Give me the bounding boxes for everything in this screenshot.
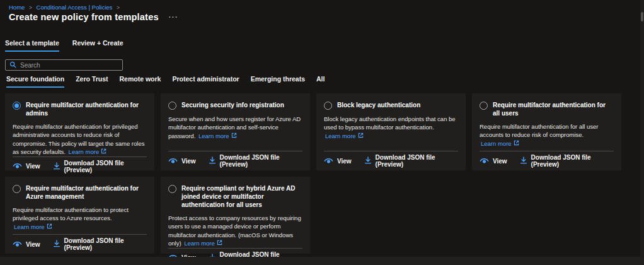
template-card-description: Require multifactor authentication for a… [480,122,614,148]
external-link-icon [514,139,519,148]
template-card-header: Require compliant or hybrid Azure AD joi… [168,184,302,209]
external-link-icon [217,239,222,247]
template-card-description: Secure when and how users register for A… [168,115,302,140]
download-icon [209,156,216,165]
eye-icon [13,240,22,249]
template-card-footer: View Download JSON file (Preview) [480,151,614,170]
template-category-tabs: Secure foundation Zero Trust Remote work… [6,75,325,88]
horizontal-scrollbar[interactable] [0,257,644,265]
external-link-icon [358,132,364,140]
download-json-button[interactable]: Download JSON file (Preview) [209,154,302,168]
template-card-footer: View Download JSON file (Preview) [13,156,147,176]
template-card-description: Require multifactor authentication to pr… [13,206,147,231]
template-card[interactable]: Require compliant or hybrid Azure AD joi… [161,177,310,254]
page-title: Create new policy from templates [9,12,159,22]
eye-icon [480,157,489,165]
breadcrumb-item: Conditional Access | Policies > [37,4,122,11]
breadcrumb-separator-icon: > [117,4,120,11]
template-card-title: Require multifactor authentication for A… [26,184,147,201]
template-card-description: Protect access to company resources by r… [168,214,302,248]
radio-button[interactable] [480,102,488,110]
download-icon [520,156,527,165]
download-json-button[interactable]: Download JSON file (Preview) [53,160,147,174]
template-card-description: Block legacy authentication endpoints th… [324,115,458,140]
breadcrumb: Home > Conditional Access | Policies > [9,4,122,11]
more-actions-button[interactable]: ··· [169,13,179,21]
breadcrumb-link[interactable]: Home [9,4,25,11]
template-card[interactable]: Block legacy authentication Block legacy… [316,93,466,170]
search-icon [9,59,16,71]
scrollbar-thumb[interactable] [641,12,643,21]
template-card-footer: View Download JSON file (Preview) [168,151,302,170]
description-text: Require multifactor authentication to pr… [13,206,129,221]
radio-button[interactable] [168,102,176,110]
search-input[interactable] [20,62,118,69]
template-card-title: Require compliant or hybrid Azure AD joi… [181,184,302,209]
description-text: Require multifactor authentication for a… [480,123,599,138]
download-icon [364,156,372,165]
template-card[interactable]: Require multifactor authentication for a… [472,93,621,170]
view-button[interactable]: View [324,157,352,165]
template-card[interactable]: Require multifactor authentication for A… [5,177,154,254]
filter-tab[interactable]: Remote work [120,75,161,88]
filter-tab[interactable]: Zero Trust [76,75,108,88]
title-row: Create new policy from templates ··· [9,12,178,22]
template-card-header: Block legacy authentication [324,101,458,110]
description-text: Block legacy authentication endpoints th… [324,115,456,131]
external-link-icon [231,132,237,140]
download-icon [53,162,60,171]
view-button[interactable]: View [168,157,196,165]
template-card-footer: View Download JSON file (Preview) [324,151,458,170]
view-button[interactable]: View [13,162,40,170]
template-card-title: Block legacy authentication [337,101,420,109]
tab[interactable]: Select a template [5,39,59,52]
external-link-icon [47,223,52,231]
download-json-button[interactable]: Download JSON file (Preview) [520,154,614,168]
learn-more-link[interactable]: Learn more [198,132,237,139]
radio-button[interactable] [168,185,176,193]
learn-more-link[interactable]: Learn more [481,140,519,147]
radio-button[interactable] [324,102,332,110]
template-card-title: Require multifactor authentication for a… [26,101,147,117]
template-card-title: Require multifactor authentication for a… [493,101,614,117]
template-card-grid: Require multifactor authentication for a… [5,93,621,254]
external-link-icon [101,148,106,156]
download-icon [53,240,60,249]
filter-tab[interactable]: Protect administrator [172,75,239,88]
template-card-header: Require multifactor authentication for a… [13,101,147,117]
template-card-header: Require multifactor authentication for a… [480,101,614,117]
template-card-description: Require multifactor authentication for p… [13,122,147,156]
filter-tab[interactable]: Secure foundation [6,75,64,88]
eye-icon [168,157,178,165]
view-button[interactable]: View [480,157,507,165]
learn-more-link[interactable]: Learn more [14,223,52,230]
wizard-tabs: Select a template Review + Create [5,39,124,52]
template-card[interactable]: Securing security info registration Secu… [161,93,310,170]
tab[interactable]: Review + Create [72,39,124,52]
template-card-footer: View Download JSON file (Preview) [13,234,147,254]
download-json-button[interactable]: Download JSON file (Preview) [53,237,147,251]
template-card-title: Securing security info registration [181,101,284,109]
template-card[interactable]: Require multifactor authentication for a… [5,93,154,170]
radio-button[interactable] [13,102,21,110]
template-card-header: Require multifactor authentication for A… [13,184,147,201]
learn-more-link[interactable]: Learn more [325,132,364,139]
breadcrumb-item: Home > [9,4,37,11]
breadcrumb-link[interactable]: Conditional Access | Policies [37,4,113,11]
learn-more-link[interactable]: Learn more [184,240,222,247]
eye-icon [324,157,333,165]
filter-tab[interactable]: Emerging threats [251,75,305,88]
filter-tab[interactable]: All [316,75,325,88]
eye-icon [13,162,22,170]
learn-more-link[interactable]: Learn more [69,148,107,155]
download-json-button[interactable]: Download JSON file (Preview) [364,154,458,168]
vertical-scrollbar[interactable] [640,0,644,257]
breadcrumb-separator-icon: > [29,4,32,11]
search-box[interactable] [5,59,123,71]
radio-button[interactable] [13,185,21,193]
template-card-header: Securing security info registration [168,101,302,110]
view-button[interactable]: View [13,240,40,249]
